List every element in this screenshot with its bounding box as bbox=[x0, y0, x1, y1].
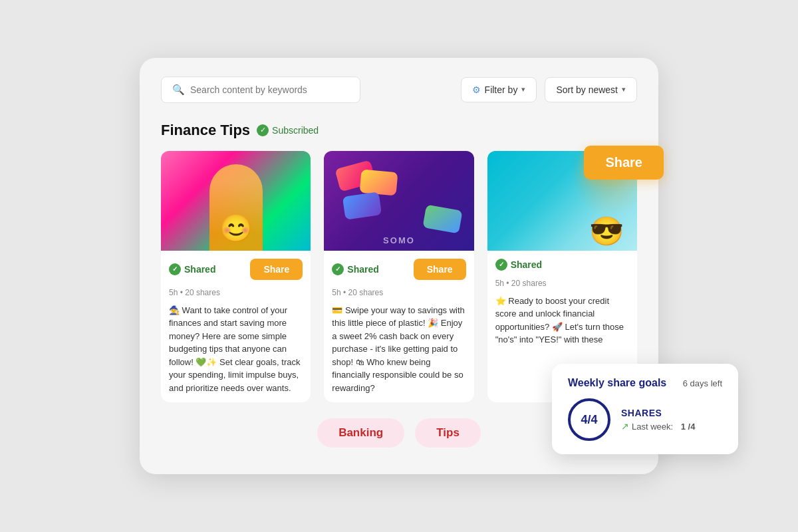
card-1-meta: 5h • 20 shares bbox=[161, 285, 311, 303]
content-card-1: ✓ Shared Share 5h • 20 shares 🧙 Want to … bbox=[161, 151, 311, 403]
filter-icon: ⚙ bbox=[472, 84, 481, 95]
search-input[interactable] bbox=[190, 84, 349, 95]
card-3-shared-label: ✓ Shared bbox=[495, 259, 542, 271]
search-icon: 🔍 bbox=[172, 84, 185, 96]
sort-chevron-icon: ▾ bbox=[622, 85, 626, 94]
floating-card-3 bbox=[422, 204, 462, 233]
popup-body: 4/4 SHARES ↗ Last week: 1 /4 bbox=[568, 398, 722, 441]
card-2-meta: 5h • 20 shares bbox=[324, 285, 473, 303]
card-2-text: 💳 Swipe your way to savings with this li… bbox=[324, 303, 473, 403]
circle-progress: 4/4 bbox=[568, 398, 610, 441]
shares-label: SHARES bbox=[621, 408, 722, 418]
content-card-2: SOMO ✓ Shared Share 5h • 20 shares 💳 Swi… bbox=[324, 151, 473, 403]
card-2-shared-label: ✓ Shared bbox=[332, 263, 378, 275]
weekly-goals-popup: Weekly share goals 6 days left 4/4 SHARE… bbox=[552, 364, 738, 454]
sort-label: Sort by newest bbox=[556, 84, 618, 95]
last-week: ↗ Last week: 1 /4 bbox=[621, 421, 722, 432]
card-1-text: 🧙 Want to take control of your finances … bbox=[161, 303, 311, 403]
subscribed-badge: ✓ Subscribed bbox=[257, 124, 319, 136]
card-3-meta: 5h • 20 shares bbox=[487, 276, 637, 293]
last-week-prefix: Last week: bbox=[632, 422, 673, 432]
card-1-shared-label: ✓ Shared bbox=[169, 263, 215, 275]
popup-header: Weekly share goals 6 days left bbox=[568, 377, 722, 389]
sort-button[interactable]: Sort by newest ▾ bbox=[545, 77, 637, 102]
subscribed-check-icon: ✓ bbox=[257, 124, 269, 136]
card-3-action-row: ✓ Shared Share bbox=[487, 251, 637, 276]
share-button-large[interactable]: Share bbox=[584, 146, 664, 180]
floating-card-2 bbox=[360, 169, 398, 196]
filter-label: Filter by bbox=[485, 84, 518, 95]
search-box[interactable]: 🔍 bbox=[161, 76, 360, 103]
days-left: 6 days left bbox=[683, 378, 722, 388]
filter-button[interactable]: ⚙ Filter by ▾ bbox=[461, 77, 537, 102]
card-2-action-row: ✓ Shared Share bbox=[324, 251, 473, 285]
tag-tips[interactable]: Tips bbox=[415, 418, 481, 448]
shares-info: SHARES ↗ Last week: 1 /4 bbox=[621, 408, 722, 432]
floating-card-4 bbox=[342, 192, 382, 219]
filter-sort-group: ⚙ Filter by ▾ Sort by newest ▾ bbox=[461, 77, 637, 102]
subscribed-label: Subscribed bbox=[272, 125, 319, 136]
somo-text: SOMO bbox=[383, 235, 415, 245]
card-3-text: ⭐ Ready to boost your credit score and u… bbox=[487, 293, 637, 354]
main-content-card: 🔍 ⚙ Filter by ▾ Sort by newest ▾ Finance… bbox=[140, 58, 658, 475]
last-week-value: 1 /4 bbox=[681, 422, 696, 432]
card-image-2: SOMO bbox=[324, 151, 473, 251]
shared-check-icon-2: ✓ bbox=[332, 263, 344, 275]
shared-check-icon-3: ✓ bbox=[495, 259, 507, 271]
card-1-action-row: ✓ Shared Share bbox=[161, 251, 311, 285]
popup-title: Weekly share goals bbox=[568, 377, 666, 389]
card-image-1 bbox=[161, 151, 311, 251]
section-header: Finance Tips ✓ Subscribed bbox=[161, 122, 637, 139]
section-title: Finance Tips bbox=[161, 122, 250, 139]
share-button-2[interactable]: Share bbox=[414, 259, 466, 280]
top-bar: 🔍 ⚙ Filter by ▾ Sort by newest ▾ bbox=[161, 76, 637, 103]
tag-banking[interactable]: Banking bbox=[317, 418, 404, 448]
shared-check-icon-1: ✓ bbox=[169, 263, 181, 275]
trend-arrow-icon: ↗ bbox=[621, 421, 629, 432]
share-button-1[interactable]: Share bbox=[250, 259, 303, 280]
filter-chevron-icon: ▾ bbox=[521, 85, 525, 94]
